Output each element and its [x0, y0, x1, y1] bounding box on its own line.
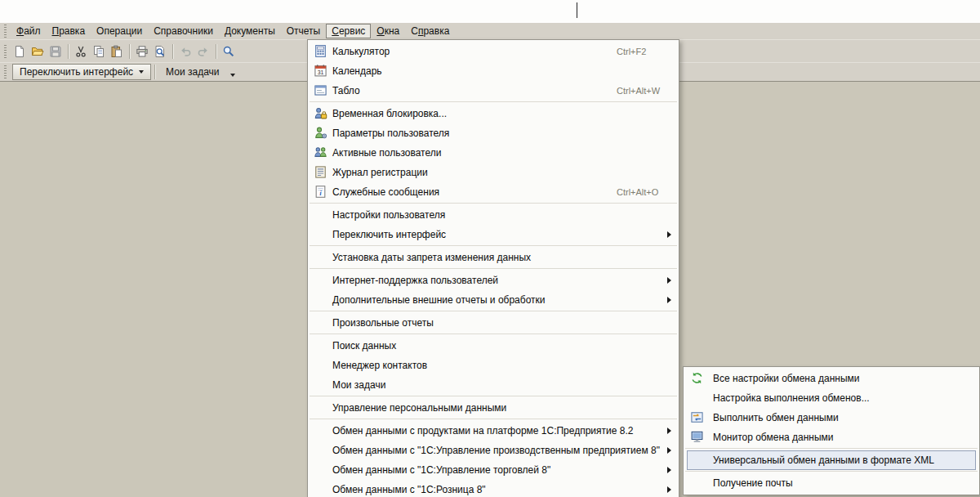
menu-item-label: Выполнить обмен данными — [713, 412, 839, 423]
menu-item-exchange-82[interactable]: Обмен данными с продуктами на платформе … — [308, 421, 679, 441]
menubar-item-documents[interactable]: Документы — [219, 24, 281, 38]
print-preview-icon — [154, 45, 167, 58]
menu-separator — [310, 419, 677, 419]
menubar-item-service[interactable]: Сервис — [326, 24, 371, 38]
my-tasks-button[interactable]: Мои задачи — [158, 64, 226, 80]
calculator-icon — [314, 44, 327, 58]
submenu-arrow-icon — [667, 467, 671, 473]
menu-item-my-tasks[interactable]: Мои задачи — [308, 375, 679, 395]
menu-item-personal-data[interactable]: Управление персональными данными — [308, 398, 679, 418]
menu-item-label: Обмен данными с "1С:Управление торговлей… — [332, 464, 550, 476]
menu-separator — [685, 471, 978, 472]
menu-item-calendar[interactable]: 31Календарь — [308, 61, 679, 81]
menu-bar: ФайлПравкаОперацииСправочникиДокументыОт… — [0, 23, 980, 39]
exchange-submenu-panel: Все настройки обмена даннымиНастройка вы… — [683, 366, 980, 495]
toolbar-items — [11, 43, 238, 60]
cut-icon — [74, 45, 87, 58]
submenu-arrow-icon — [667, 447, 671, 454]
new-document-button[interactable] — [11, 43, 29, 60]
menu-item-mail-receive[interactable]: Получение почты — [684, 473, 979, 493]
toolbar-separator — [129, 44, 130, 59]
menu-item-label: Менеджер контактов — [332, 360, 427, 371]
save-button[interactable] — [47, 43, 65, 60]
cut-button[interactable] — [72, 43, 90, 60]
menu-item-switch-interface[interactable]: Переключить интерфейс — [308, 225, 679, 244]
service-menu-panel: КалькуляторCtrl+F231КалендарьТаблоCtrl+A… — [307, 39, 679, 497]
print-icon — [136, 45, 149, 58]
menubar-item-windows[interactable]: Окна — [371, 24, 405, 38]
calendar-icon: 31 — [314, 64, 327, 78]
submenu-arrow-icon — [667, 428, 671, 434]
menubar-item-operations[interactable]: Операции — [91, 24, 148, 38]
menu-item-data-search[interactable]: Поиск данных — [308, 336, 679, 356]
menu-item-exchange-upp[interactable]: Обмен данными с "1С:Управление производс… — [308, 441, 679, 460]
menu-item-label: Произвольные отчеты — [332, 317, 434, 329]
text-cursor — [577, 2, 577, 18]
undo-button[interactable] — [176, 43, 194, 60]
menu-item-external-reports[interactable]: Дополнительные внешние отчеты и обработк… — [308, 290, 679, 310]
active-users-icon — [314, 146, 327, 159]
menubar-item-help[interactable]: Справка — [405, 24, 455, 38]
menu-item-temp-lock[interactable]: Временная блокировка... — [308, 104, 679, 123]
menu-item-exchange-retail[interactable]: Обмен данными с "1С:Розница 8" — [308, 480, 679, 497]
paste-button[interactable] — [108, 43, 126, 60]
menubar-item-edit[interactable]: Правка — [47, 24, 91, 38]
submenu-arrow-icon — [667, 297, 671, 303]
menu-item-run-exchange[interactable]: Выполнить обмен данными — [684, 408, 979, 428]
menu-item-user-settings[interactable]: Настройки пользователя — [308, 205, 679, 225]
menu-item-label: Параметры пользователя — [332, 128, 449, 139]
copy-button[interactable] — [90, 43, 108, 60]
menu-item-label: Интернет-поддержка пользователей — [332, 275, 498, 286]
print-preview-button[interactable] — [151, 43, 169, 60]
svg-text:31: 31 — [318, 69, 324, 75]
menubar-grip[interactable] — [4, 25, 7, 38]
menu-item-contact-manager[interactable]: Менеджер контактов — [308, 356, 679, 375]
menu-item-service-messages[interactable]: iСлужебные сообщенияCtrl+Alt+O — [308, 182, 679, 202]
menu-item-restrict-date[interactable]: Установка даты запрета изменения данных — [308, 248, 679, 267]
exchange-all-settings-icon — [690, 371, 704, 385]
toolbar-grip[interactable] — [4, 45, 7, 58]
menu-item-all-exchange-settings[interactable]: Все настройки обмена данными — [684, 369, 979, 388]
app-window: ФайлПравкаОперацииСправочникиДокументыОт… — [0, 0, 980, 497]
menu-item-exchange-monitor[interactable]: Монитор обмена данными — [684, 428, 979, 447]
save-icon — [49, 45, 62, 58]
menu-item-exchange-ut[interactable]: Обмен данными с "1С:Управление торговлей… — [308, 460, 679, 480]
temp-lock-icon — [314, 106, 327, 120]
menu-item-calculator[interactable]: КалькуляторCtrl+F2 — [308, 42, 679, 61]
menu-item-label: Активные пользователи — [332, 147, 441, 159]
menu-item-internet-support[interactable]: Интернет-поддержка пользователей — [308, 271, 679, 290]
tablo-icon — [314, 83, 327, 97]
open-button[interactable] — [29, 43, 47, 60]
registration-journal-icon — [314, 165, 327, 179]
menu-item-shortcut: Ctrl+Alt+O — [617, 187, 658, 197]
toolbar-overflow-chevron-icon[interactable] — [230, 74, 235, 77]
open-folder-icon — [31, 45, 44, 58]
menubar-item-catalogs[interactable]: Справочники — [148, 24, 219, 38]
menu-item-label: Управление персональными данными — [332, 402, 506, 414]
menu-item-label: Монитор обмена данными — [713, 432, 834, 443]
menu-item-label: Обмен данными с "1С:Розница 8" — [332, 484, 486, 495]
menu-item-exchange-run-setup[interactable]: Настройка выполнения обменов... — [684, 388, 979, 408]
menu-separator — [310, 268, 677, 269]
menu-item-registration-journal[interactable]: Журнал регистрации — [308, 163, 679, 182]
menubar-item-reports[interactable]: Отчеты — [281, 24, 326, 38]
menu-item-label: Календарь — [332, 65, 382, 77]
toolbar-separator — [68, 44, 69, 59]
print-button[interactable] — [133, 43, 151, 60]
chevron-down-icon — [139, 70, 144, 74]
menu-item-custom-reports[interactable]: Произвольные отчеты — [308, 313, 679, 333]
menu-item-tablo[interactable]: ТаблоCtrl+Alt+W — [308, 81, 679, 101]
menu-item-label: Установка даты запрета изменения данных — [332, 252, 531, 263]
menu-item-active-users[interactable]: Активные пользователи — [308, 143, 679, 163]
title-strip — [0, 0, 980, 23]
run-exchange-icon — [690, 410, 704, 424]
switch-interface-button[interactable]: Переключить интерфейс — [12, 64, 151, 80]
menu-item-user-params[interactable]: Параметры пользователя — [308, 123, 679, 143]
menu-separator — [310, 203, 677, 204]
redo-button[interactable] — [194, 43, 212, 60]
menu-item-universal-xml-exchange[interactable]: Универсальный обмен данными в формате XM… — [687, 450, 976, 470]
menubar-item-file[interactable]: Файл — [11, 24, 47, 38]
search-button[interactable] — [220, 43, 238, 60]
menu-item-label: Настройка выполнения обменов... — [713, 392, 870, 404]
interface-toolbar-grip[interactable] — [4, 65, 7, 78]
